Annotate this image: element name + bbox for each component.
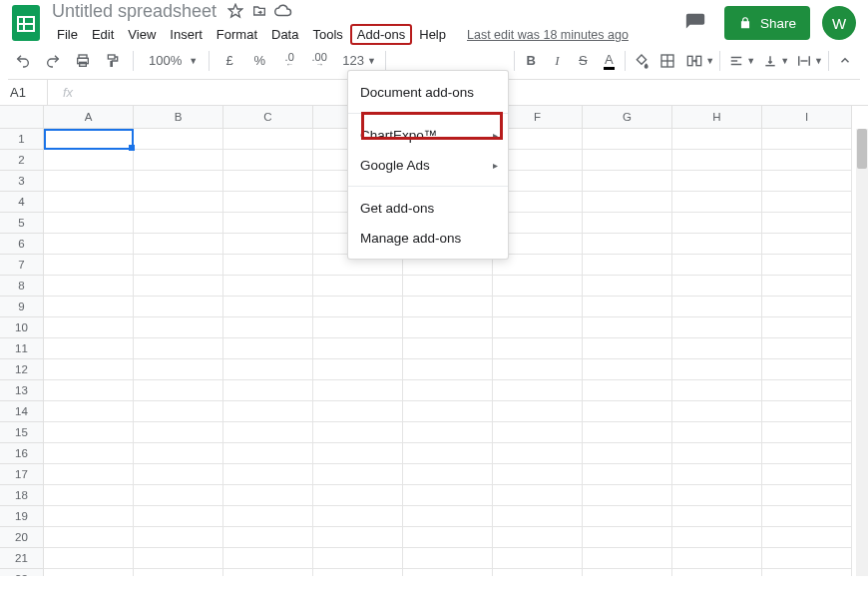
cell[interactable] — [134, 380, 223, 401]
strikethrough-button[interactable]: S — [570, 48, 596, 74]
percent-button[interactable]: % — [246, 48, 272, 74]
menu-insert[interactable]: Insert — [163, 24, 210, 45]
cell[interactable] — [762, 171, 852, 192]
col-header[interactable]: B — [134, 106, 223, 129]
cell[interactable] — [134, 297, 223, 317]
cell[interactable] — [403, 569, 493, 576]
decrease-decimals-button[interactable]: .0← — [276, 48, 302, 74]
cell[interactable] — [223, 548, 313, 569]
cell[interactable] — [583, 506, 672, 527]
row-header[interactable]: 22 — [0, 569, 44, 576]
cell[interactable] — [223, 569, 313, 576]
cell[interactable] — [134, 255, 223, 276]
cell[interactable] — [223, 422, 313, 443]
zoom-select[interactable]: 100%▼ — [141, 48, 202, 74]
menu-addons[interactable]: Add-ons — [350, 24, 412, 45]
cell[interactable] — [44, 213, 134, 234]
menu-tools[interactable]: Tools — [305, 24, 349, 45]
cell[interactable] — [583, 569, 672, 576]
cell[interactable] — [313, 506, 403, 527]
cell[interactable] — [762, 359, 852, 380]
cell[interactable] — [493, 548, 583, 569]
cell[interactable] — [672, 422, 762, 443]
cell[interactable] — [134, 171, 223, 192]
cell[interactable] — [44, 171, 134, 192]
cell[interactable] — [762, 485, 852, 506]
cell[interactable] — [44, 359, 134, 380]
cell[interactable] — [672, 129, 762, 150]
cell[interactable] — [313, 422, 403, 443]
cell[interactable] — [44, 506, 134, 527]
cell[interactable] — [583, 297, 672, 317]
bold-button[interactable]: B — [518, 48, 544, 74]
row-header[interactable]: 4 — [0, 192, 44, 213]
cell[interactable] — [583, 464, 672, 485]
cell[interactable] — [223, 464, 313, 485]
dd-manage-addons[interactable]: Manage add-ons — [348, 223, 508, 253]
cell[interactable] — [223, 297, 313, 317]
cell[interactable] — [134, 569, 223, 576]
cell[interactable] — [403, 422, 493, 443]
cell[interactable] — [672, 443, 762, 464]
cell[interactable] — [223, 359, 313, 380]
cell[interactable] — [762, 380, 852, 401]
cell[interactable] — [762, 401, 852, 422]
cell[interactable] — [134, 527, 223, 548]
cell[interactable] — [44, 548, 134, 569]
col-header[interactable]: H — [672, 106, 762, 129]
cell[interactable] — [134, 192, 223, 213]
increase-decimals-button[interactable]: .00→ — [306, 48, 332, 74]
sheets-logo[interactable] — [8, 5, 44, 41]
cell[interactable] — [493, 527, 583, 548]
cell[interactable] — [493, 422, 583, 443]
cell[interactable] — [493, 359, 583, 380]
dd-chartexpo[interactable]: ChartExpo™▸ — [348, 120, 508, 150]
cell[interactable] — [762, 276, 852, 297]
row-header[interactable]: 18 — [0, 485, 44, 506]
cell[interactable] — [134, 506, 223, 527]
cell[interactable] — [762, 527, 852, 548]
cell[interactable] — [583, 548, 672, 569]
merge-cells-button[interactable]: ▼ — [680, 48, 716, 74]
cell[interactable] — [762, 255, 852, 276]
cell[interactable] — [134, 276, 223, 297]
cell[interactable] — [762, 338, 852, 359]
cell[interactable] — [134, 548, 223, 569]
share-button[interactable]: Share — [724, 6, 810, 40]
row-header[interactable]: 10 — [0, 317, 44, 338]
cell[interactable] — [223, 129, 313, 150]
dd-document-addons[interactable]: Document add-ons — [348, 77, 508, 107]
cell[interactable] — [762, 213, 852, 234]
cell[interactable] — [493, 338, 583, 359]
cell[interactable] — [672, 255, 762, 276]
cell[interactable] — [134, 317, 223, 338]
cell[interactable] — [493, 464, 583, 485]
cell[interactable] — [403, 401, 493, 422]
row-header[interactable]: 16 — [0, 443, 44, 464]
cell[interactable] — [313, 548, 403, 569]
row-header[interactable]: 12 — [0, 359, 44, 380]
menu-edit[interactable]: Edit — [85, 24, 121, 45]
row-header[interactable]: 20 — [0, 527, 44, 548]
row-header[interactable]: 9 — [0, 297, 44, 317]
cell[interactable] — [762, 192, 852, 213]
menu-file[interactable]: File — [50, 24, 85, 45]
cell[interactable] — [583, 422, 672, 443]
cell[interactable] — [313, 569, 403, 576]
print-button[interactable] — [70, 48, 96, 74]
cell[interactable] — [134, 150, 223, 171]
row-header[interactable]: 8 — [0, 276, 44, 297]
cell[interactable] — [223, 276, 313, 297]
cell[interactable] — [403, 464, 493, 485]
cell[interactable] — [762, 443, 852, 464]
dd-google-ads[interactable]: Google Ads▸ — [348, 150, 508, 180]
cell[interactable] — [313, 527, 403, 548]
cell[interactable] — [223, 380, 313, 401]
fill-color-button[interactable] — [629, 48, 654, 74]
cell[interactable] — [313, 276, 403, 297]
row-header[interactable]: 5 — [0, 213, 44, 234]
row-header[interactable]: 2 — [0, 150, 44, 171]
cell[interactable] — [672, 569, 762, 576]
menu-format[interactable]: Format — [210, 24, 264, 45]
cell[interactable] — [672, 234, 762, 255]
